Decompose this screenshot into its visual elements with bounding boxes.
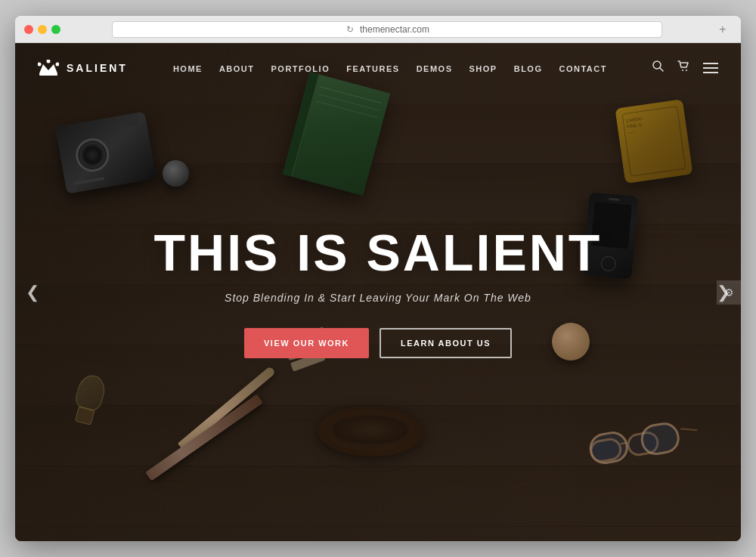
refresh-icon[interactable]: ↻ [345,24,355,35]
hamburger-line-1 [703,63,718,64]
hero-subtitle: Stop Blending In & Start Leaving Your Ma… [113,292,643,304]
nav-actions [652,60,718,75]
svg-point-22 [686,70,687,71]
minimize-button[interactable] [38,25,47,34]
nav-item-features[interactable]: FEATURES [346,61,399,75]
svg-rect-15 [39,73,57,76]
logo[interactable]: SALIENT [38,60,128,76]
nav-item-demos[interactable]: DEMOS [417,61,453,75]
browser-window: ↻ themenectar.com + [15,16,741,541]
hero-title: THIS IS SALIENT [113,227,643,278]
prev-slide-button[interactable]: ❮ [21,274,44,311]
orb-item [163,160,189,187]
traffic-lights [24,25,60,34]
crown-icon [38,60,59,76]
hamburger-menu[interactable] [703,63,718,73]
hero-buttons: VIEW OUR WORK LEARN ABOUT US [113,328,643,358]
hamburger-line-3 [703,72,718,73]
glasses-item [587,420,683,473]
svg-line-20 [660,68,663,71]
camera-item [55,111,156,193]
svg-point-16 [38,62,42,66]
cart-icon[interactable] [677,60,689,75]
tool-item [145,395,262,481]
cork-item: CARGOFINE G----- [615,99,692,184]
nav-item-contact[interactable]: CONTACT [559,61,606,75]
new-tab-button[interactable]: + [714,20,732,39]
settings-button[interactable]: ⚙ [717,280,741,305]
lightbulb-item [70,373,108,427]
nav-item-shop[interactable]: SHOP [469,61,497,75]
address-bar[interactable]: ↻ themenectar.com [112,21,662,38]
nav-item-blog[interactable]: BLOG [514,61,543,75]
svg-point-18 [56,62,60,66]
website-hero: CARGOFINE G----- [15,43,741,541]
hamburger-line-2 [703,67,718,69]
search-icon[interactable] [652,60,664,75]
nav-item-about[interactable]: ABOUT [219,61,255,75]
nav-item-home[interactable]: HOME [173,61,203,75]
nav-menu: HOME ABOUT PORTFOLIO FEATURES DEMOS SHOP… [128,61,652,75]
maximize-button[interactable] [51,25,60,34]
svg-marker-14 [39,64,57,73]
close-button[interactable] [24,25,33,34]
learn-about-button[interactable]: LEARN ABOUT US [380,328,512,358]
url-text: themenectar.com [360,24,429,35]
svg-point-17 [47,60,51,63]
view-work-button[interactable]: VIEW OUR WORK [244,328,369,358]
nav-item-portfolio[interactable]: PORTFOLIO [271,61,330,75]
browser-titlebar: ↻ themenectar.com + [15,16,741,43]
nav: SALIENT HOME ABOUT PORTFOLIO FEATURES DE… [15,43,741,92]
hero-content: THIS IS SALIENT Stop Blending In & Start… [113,227,643,358]
logo-text: SALIENT [67,62,128,74]
svg-point-21 [682,70,683,71]
pen-item [178,366,276,450]
